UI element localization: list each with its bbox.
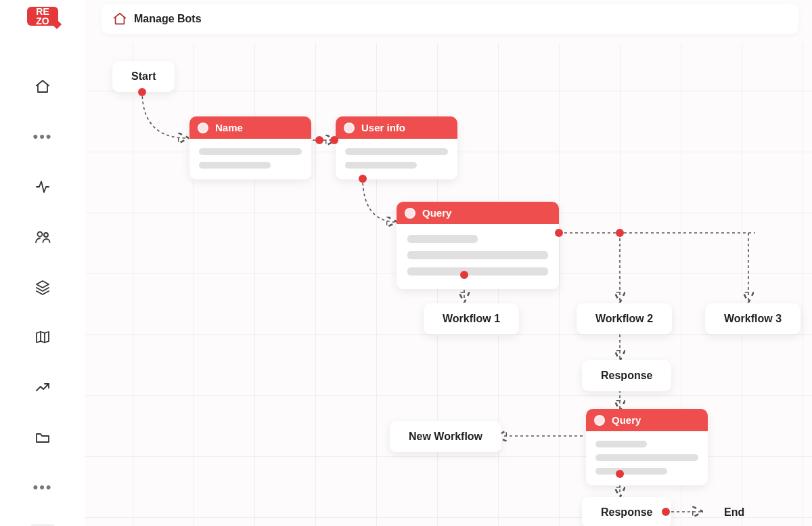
nav-activity-icon[interactable] [29,173,56,200]
node-workflow-3[interactable]: Workflow 3 [705,303,800,334]
page-title: Manage Bots [134,13,202,25]
node-title: Name [215,122,243,133]
node-query-1[interactable]: Query [397,202,559,289]
sidenav: ••• ••• [0,73,85,526]
node-status-dot [198,123,208,133]
node-new-workflow[interactable]: New Workflow [390,421,501,452]
node-end[interactable]: End [705,497,763,526]
junction-dot [315,136,323,144]
node-name[interactable]: Name [189,116,311,179]
nav-trend-icon[interactable] [29,374,56,401]
junction-dot [330,136,338,144]
node-status-dot [344,123,355,133]
node-response-1[interactable]: Response [582,360,671,391]
svg-point-1 [44,233,48,237]
junction-dot [662,508,670,516]
nav-map-icon[interactable] [29,324,56,351]
workflow-canvas[interactable]: Start Name User info Query Workflow 1 Wo… [85,43,812,526]
node-workflow-2[interactable]: Workflow 2 [577,303,672,334]
junction-dot [616,470,624,478]
node-title: Query [612,414,641,426]
junction-dot [616,229,624,237]
svg-point-0 [38,232,43,237]
node-response-2[interactable]: Response [582,497,671,526]
node-start[interactable]: Start [112,61,175,92]
node-title: Query [422,207,451,219]
brand-logo: RE ZO [27,7,58,26]
breadcrumb-home-icon[interactable] [112,12,127,26]
nav-layers-icon[interactable] [29,273,56,301]
junction-dot [555,229,563,237]
node-status-dot [594,415,605,426]
node-title: User info [361,122,405,133]
topbar: Manage Bots [102,4,798,34]
main-area: Manage Bots [85,0,812,526]
nav-more-icon[interactable]: ••• [29,123,56,150]
node-status-dot [405,208,415,219]
junction-dot [359,175,367,183]
junction-dot [460,271,468,279]
node-query-2[interactable]: Query [586,409,708,485]
junction-dot [138,88,146,96]
nav-home-icon[interactable] [29,73,56,100]
node-userinfo[interactable]: User info [336,116,457,179]
node-workflow-1[interactable]: Workflow 1 [424,303,519,334]
nav-folder-icon[interactable] [29,424,56,451]
sidebar: RE ZO ••• ••• [0,0,85,526]
nav-users-icon[interactable] [29,223,56,250]
nav-more2-icon[interactable]: ••• [29,474,56,501]
